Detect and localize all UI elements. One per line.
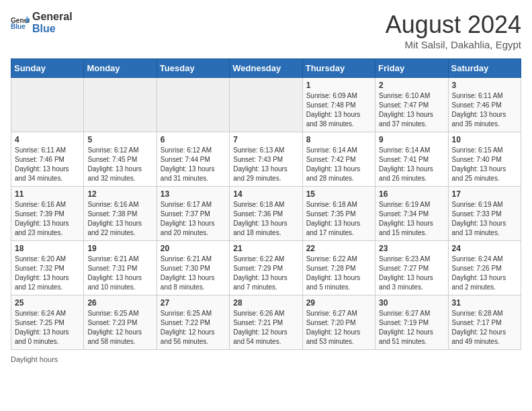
calendar-cell: 1Sunrise: 6:09 AM Sunset: 7:48 PM Daylig…: [302, 78, 375, 132]
day-info: Sunrise: 6:26 AM Sunset: 7:21 PM Dayligh…: [233, 310, 287, 345]
calendar-cell: 15Sunrise: 6:18 AM Sunset: 7:35 PM Dayli…: [302, 187, 375, 241]
day-number: 20: [161, 244, 226, 253]
day-info: Sunrise: 6:15 AM Sunset: 7:40 PM Dayligh…: [452, 146, 506, 182]
day-number: 4: [15, 135, 80, 144]
calendar-cell: 17Sunrise: 6:19 AM Sunset: 7:33 PM Dayli…: [448, 187, 521, 241]
day-info: Sunrise: 6:27 AM Sunset: 7:20 PM Dayligh…: [306, 310, 361, 345]
page-title: August 2024: [386, 11, 521, 39]
day-number: 27: [161, 298, 226, 308]
day-info: Sunrise: 6:23 AM Sunset: 7:27 PM Dayligh…: [379, 255, 433, 291]
day-info: Sunrise: 6:19 AM Sunset: 7:33 PM Dayligh…: [452, 201, 506, 236]
logo-blue-text: Blue: [32, 23, 73, 35]
day-number: 22: [306, 244, 371, 253]
svg-text:Blue: Blue: [11, 23, 26, 30]
day-header-thursday: Thursday: [302, 59, 375, 78]
day-info: Sunrise: 6:16 AM Sunset: 7:38 PM Dayligh…: [87, 201, 142, 236]
calendar-cell: 28Sunrise: 6:26 AM Sunset: 7:21 PM Dayli…: [230, 295, 302, 350]
day-number: 6: [161, 135, 226, 144]
calendar-cell: 12Sunrise: 6:16 AM Sunset: 7:38 PM Dayli…: [84, 187, 157, 241]
calendar-cell: [230, 78, 302, 132]
calendar-cell: 21Sunrise: 6:22 AM Sunset: 7:29 PM Dayli…: [230, 241, 302, 295]
calendar-week-row: 25Sunrise: 6:24 AM Sunset: 7:25 PM Dayli…: [11, 295, 521, 350]
day-info: Sunrise: 6:28 AM Sunset: 7:17 PM Dayligh…: [452, 310, 506, 345]
day-number: 7: [233, 135, 298, 144]
day-info: Sunrise: 6:27 AM Sunset: 7:19 PM Dayligh…: [379, 310, 433, 345]
calendar-week-row: 4Sunrise: 6:11 AM Sunset: 7:46 PM Daylig…: [11, 132, 521, 187]
calendar-cell: [11, 78, 84, 132]
day-info: Sunrise: 6:24 AM Sunset: 7:25 PM Dayligh…: [15, 310, 69, 345]
day-number: 12: [87, 189, 152, 199]
calendar-cell: 25Sunrise: 6:24 AM Sunset: 7:25 PM Dayli…: [11, 295, 84, 350]
calendar-cell: 13Sunrise: 6:17 AM Sunset: 7:37 PM Dayli…: [157, 187, 229, 241]
generalblue-logo-icon: General Blue: [11, 15, 30, 30]
day-info: Sunrise: 6:10 AM Sunset: 7:47 PM Dayligh…: [379, 92, 433, 128]
day-number: 21: [233, 244, 298, 253]
day-info: Sunrise: 6:22 AM Sunset: 7:28 PM Dayligh…: [306, 255, 361, 291]
day-info: Sunrise: 6:22 AM Sunset: 7:29 PM Dayligh…: [233, 255, 287, 291]
calendar-cell: 9Sunrise: 6:14 AM Sunset: 7:41 PM Daylig…: [375, 132, 448, 187]
calendar-cell: 29Sunrise: 6:27 AM Sunset: 7:20 PM Dayli…: [302, 295, 375, 350]
day-info: Sunrise: 6:18 AM Sunset: 7:35 PM Dayligh…: [306, 201, 361, 236]
day-info: Sunrise: 6:25 AM Sunset: 7:22 PM Dayligh…: [161, 310, 215, 345]
day-number: 19: [87, 244, 152, 253]
calendar-body: 1Sunrise: 6:09 AM Sunset: 7:48 PM Daylig…: [11, 78, 521, 350]
day-number: 10: [452, 135, 517, 144]
calendar-cell: 18Sunrise: 6:20 AM Sunset: 7:32 PM Dayli…: [11, 241, 84, 295]
day-number: 31: [452, 298, 517, 308]
calendar-cell: [157, 78, 229, 132]
day-number: 29: [306, 298, 371, 308]
calendar-table: SundayMondayTuesdayWednesdayThursdayFrid…: [11, 58, 521, 350]
day-info: Sunrise: 6:18 AM Sunset: 7:36 PM Dayligh…: [233, 201, 287, 236]
calendar-cell: 23Sunrise: 6:23 AM Sunset: 7:27 PM Dayli…: [375, 241, 448, 295]
day-number: 16: [379, 189, 444, 199]
footer-note: Daylight hours: [11, 355, 521, 363]
day-number: 15: [306, 189, 371, 199]
day-header-sunday: Sunday: [11, 59, 84, 78]
day-header-friday: Friday: [375, 59, 448, 78]
day-number: 2: [379, 81, 444, 90]
calendar-cell: 3Sunrise: 6:11 AM Sunset: 7:46 PM Daylig…: [448, 78, 521, 132]
location-subtitle: Mit Salsil, Dakahlia, Egypt: [386, 39, 521, 50]
day-number: 28: [233, 298, 298, 308]
day-info: Sunrise: 6:09 AM Sunset: 7:48 PM Dayligh…: [306, 92, 361, 128]
calendar-cell: 30Sunrise: 6:27 AM Sunset: 7:19 PM Dayli…: [375, 295, 448, 350]
calendar-week-row: 1Sunrise: 6:09 AM Sunset: 7:48 PM Daylig…: [11, 78, 521, 132]
day-number: 14: [233, 189, 298, 199]
day-number: 1: [306, 81, 371, 90]
days-of-week-row: SundayMondayTuesdayWednesdayThursdayFrid…: [11, 59, 521, 78]
calendar-cell: 27Sunrise: 6:25 AM Sunset: 7:22 PM Dayli…: [157, 295, 229, 350]
calendar-cell: 26Sunrise: 6:25 AM Sunset: 7:23 PM Dayli…: [84, 295, 157, 350]
day-number: 9: [379, 135, 444, 144]
day-number: 25: [15, 298, 80, 308]
calendar-cell: 14Sunrise: 6:18 AM Sunset: 7:36 PM Dayli…: [230, 187, 302, 241]
day-info: Sunrise: 6:24 AM Sunset: 7:26 PM Dayligh…: [452, 255, 506, 291]
header: General Blue General Blue August 2024 Mi…: [11, 11, 521, 50]
calendar-cell: 5Sunrise: 6:12 AM Sunset: 7:45 PM Daylig…: [84, 132, 157, 187]
calendar-cell: 31Sunrise: 6:28 AM Sunset: 7:17 PM Dayli…: [448, 295, 521, 350]
day-number: 13: [161, 189, 226, 199]
day-number: 26: [87, 298, 152, 308]
day-number: 18: [15, 244, 80, 253]
calendar-cell: 22Sunrise: 6:22 AM Sunset: 7:28 PM Dayli…: [302, 241, 375, 295]
day-info: Sunrise: 6:13 AM Sunset: 7:43 PM Dayligh…: [233, 146, 287, 182]
calendar-cell: 20Sunrise: 6:21 AM Sunset: 7:30 PM Dayli…: [157, 241, 229, 295]
day-info: Sunrise: 6:17 AM Sunset: 7:37 PM Dayligh…: [161, 201, 215, 236]
day-number: 23: [379, 244, 444, 253]
day-info: Sunrise: 6:21 AM Sunset: 7:31 PM Dayligh…: [87, 255, 142, 291]
calendar-cell: 8Sunrise: 6:14 AM Sunset: 7:42 PM Daylig…: [302, 132, 375, 187]
day-info: Sunrise: 6:16 AM Sunset: 7:39 PM Dayligh…: [15, 201, 69, 236]
day-number: 8: [306, 135, 371, 144]
day-header-wednesday: Wednesday: [230, 59, 302, 78]
day-info: Sunrise: 6:21 AM Sunset: 7:30 PM Dayligh…: [161, 255, 215, 291]
day-number: 24: [452, 244, 517, 253]
day-info: Sunrise: 6:25 AM Sunset: 7:23 PM Dayligh…: [87, 310, 142, 345]
day-info: Sunrise: 6:19 AM Sunset: 7:34 PM Dayligh…: [379, 201, 433, 236]
day-info: Sunrise: 6:14 AM Sunset: 7:42 PM Dayligh…: [306, 146, 361, 182]
day-info: Sunrise: 6:12 AM Sunset: 7:45 PM Dayligh…: [87, 146, 142, 182]
day-header-saturday: Saturday: [448, 59, 521, 78]
calendar-week-row: 11Sunrise: 6:16 AM Sunset: 7:39 PM Dayli…: [11, 187, 521, 241]
day-number: 5: [87, 135, 152, 144]
logo: General Blue General Blue: [11, 11, 73, 34]
day-number: 17: [452, 189, 517, 199]
calendar-cell: 24Sunrise: 6:24 AM Sunset: 7:26 PM Dayli…: [448, 241, 521, 295]
